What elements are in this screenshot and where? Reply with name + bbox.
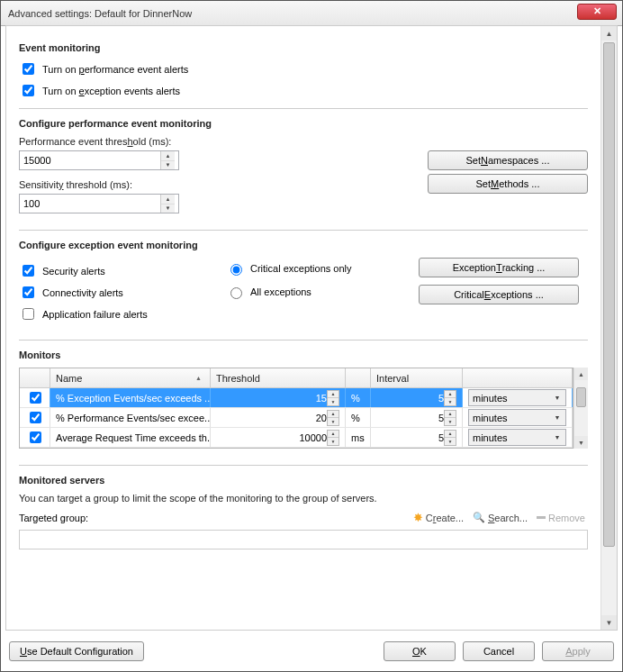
exc-alerts-checkbox[interactable] [23,85,34,96]
spinner[interactable]: ▲▼ [327,410,339,426]
spinner[interactable]: ▲▼ [327,390,339,406]
row-name: % Performance Events/sec excee... [50,408,211,427]
row-name: % Exception Events/sec exceeds ... [50,388,211,407]
remove-link: Remove [534,513,588,523]
content-panel: Event monitoring Turn on performance eve… [5,25,618,631]
row-threshold: 20 [316,413,327,423]
spinner[interactable]: ▲▼ [160,195,175,213]
interval-unit-dropdown[interactable]: minutes▼ [468,389,566,406]
col-name[interactable]: Name▲ [50,368,211,387]
all-exceptions-label: All exceptions [250,286,312,297]
spinner[interactable]: ▲▼ [327,430,339,446]
table-row[interactable]: Average Request Time exceeds th... 10000… [20,428,573,448]
servers-desc: You can target a group to limit the scop… [19,493,588,504]
search-icon: 🔍 [473,512,485,523]
col-threshold[interactable]: Threshold [211,368,346,387]
critical-exceptions-button[interactable]: Critical Exceptions ... [419,285,579,304]
app-failure-label: Application failure alerts [42,309,148,320]
critical-only-radio[interactable] [230,264,242,276]
servers-heading: Monitored servers [19,475,588,486]
row-checkbox[interactable] [30,431,41,443]
targeted-group-label: Targeted group: [19,513,88,523]
chevron-down-icon: ▼ [551,434,564,440]
critical-only-label: Critical exceptions only [250,263,352,274]
table-row[interactable]: % Exception Events/sec exceeds ... 15▲▼ … [20,388,573,408]
chevron-down-icon: ▼ [551,395,564,401]
exception-tracking-button[interactable]: Exception Tracking ... [419,258,579,277]
spinner[interactable]: ▲▼ [444,390,456,406]
connectivity-alerts-label: Connectivity alerts [42,287,123,298]
interval-unit-dropdown[interactable]: minutes▼ [468,409,566,426]
title-bar: Advanced settings: Default for DinnerNow… [1,1,622,26]
apply-button: Apply [542,641,614,661]
exc-alerts-label: Turn on exception events alerts [42,86,180,96]
spinner[interactable]: ▲▼ [160,151,175,169]
row-threshold: 15 [316,393,327,404]
search-link[interactable]: 🔍Search... [470,512,530,523]
spinner[interactable]: ▲▼ [444,410,456,426]
targeted-group-box [19,530,588,549]
divider [19,465,588,466]
monitors-grid: Name▲ Threshold Interval % Exception Eve… [19,368,588,449]
row-threshold: 10000 [299,432,327,443]
perf-threshold-label: Performance event threshold (ms): [19,136,588,147]
use-default-button[interactable]: Use Default Configuration [9,641,144,661]
event-monitoring-heading: Event monitoring [19,42,588,53]
perf-heading: Configure performance event monitoring [19,118,588,129]
col-interval[interactable]: Interval [371,368,463,387]
app-failure-checkbox[interactable] [23,308,34,320]
exc-heading: Configure exception event monitoring [19,240,588,250]
close-button[interactable]: ✕ [577,4,617,20]
security-alerts-label: Security alerts [42,266,105,277]
ok-button[interactable]: OK [384,641,456,661]
grid-header: Name▲ Threshold Interval [20,368,573,388]
spinner[interactable]: ▲▼ [444,430,456,446]
window-title: Advanced settings: Default for DinnerNow [8,8,577,19]
sensitivity-field[interactable]: ▲▼ [19,194,179,213]
vertical-scrollbar[interactable]: ▲ ▼ [600,26,617,630]
star-icon: ✸ [413,511,423,524]
divider [19,230,588,231]
perf-alerts-label: Turn on performance event alerts [42,64,188,75]
group-actions: ✸Create... 🔍Search... Remove [411,511,588,524]
table-row[interactable]: % Performance Events/sec excee... 20▲▼ %… [20,408,573,428]
scroll-area: Event monitoring Turn on performance eve… [6,26,600,630]
perf-threshold-input[interactable] [20,152,160,168]
minus-icon [537,516,546,519]
row-checkbox[interactable] [30,412,41,423]
set-namespaces-button[interactable]: Set Namespaces ... [428,150,588,170]
row-unit: % [346,388,371,407]
sort-asc-icon: ▲ [195,375,204,381]
monitors-heading: Monitors [19,350,588,360]
sensitivity-input[interactable] [20,195,160,212]
divider [19,340,588,341]
perf-alerts-checkbox[interactable] [23,63,34,75]
create-link[interactable]: ✸Create... [411,511,466,524]
row-unit: ms [346,428,371,447]
row-checkbox[interactable] [30,392,41,404]
interval-unit-dropdown[interactable]: minutes▼ [468,429,566,446]
divider [19,108,588,109]
grid-scrollbar[interactable]: ▲ ▼ [573,368,588,449]
perf-threshold-field[interactable]: ▲▼ [19,150,179,170]
row-unit: % [346,408,371,427]
dialog-button-bar: Use Default Configuration OK Cancel Appl… [5,636,618,667]
chevron-down-icon: ▼ [551,414,564,421]
all-exceptions-radio[interactable] [230,287,242,299]
row-name: Average Request Time exceeds th... [50,428,211,447]
cancel-button[interactable]: Cancel [463,641,535,661]
connectivity-alerts-checkbox[interactable] [23,286,34,298]
security-alerts-checkbox[interactable] [23,265,34,277]
set-methods-button[interactable]: Set Methods ... [428,174,588,194]
